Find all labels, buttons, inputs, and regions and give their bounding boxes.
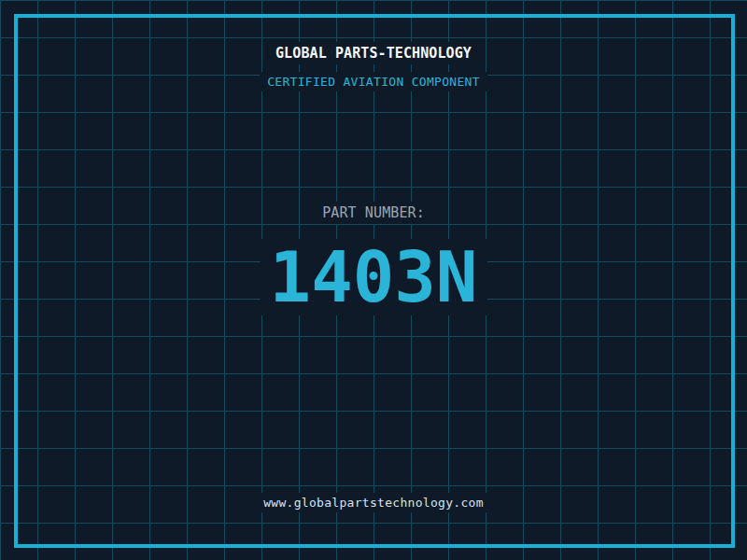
part-number-value: 1403N <box>261 239 487 315</box>
part-number-label: PART NUMBER: <box>315 202 432 224</box>
website-url: www.globalpartstechnology.com <box>256 493 491 512</box>
company-title: GLOBAL PARTS-TECHNOLOGY <box>268 42 479 64</box>
blueprint-card: GLOBAL PARTS-TECHNOLOGY CERTIFIED AVIATI… <box>0 0 747 560</box>
certification-subtitle: CERTIFIED AVIATION COMPONENT <box>260 72 487 91</box>
